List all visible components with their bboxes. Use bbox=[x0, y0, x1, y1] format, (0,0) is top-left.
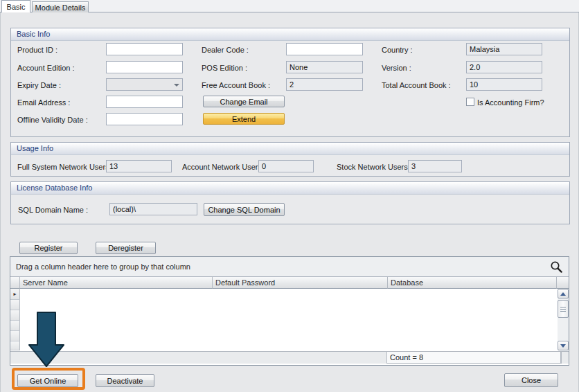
down-arrow-annotation-icon bbox=[28, 311, 65, 368]
scrollbar-grip-icon bbox=[560, 307, 566, 312]
country-value-field: Malaysia bbox=[466, 43, 542, 55]
tab-strip: Basic Module Details bbox=[0, 0, 579, 12]
deregister-button-label: Deregister bbox=[108, 244, 143, 252]
version-label: Version : bbox=[382, 64, 411, 72]
search-icon[interactable] bbox=[550, 260, 563, 274]
pos-edition-label: POS Edition : bbox=[202, 64, 247, 72]
free-account-book-label: Free Account Book : bbox=[202, 81, 270, 89]
column-header-database[interactable]: Database bbox=[388, 277, 557, 289]
license-database-info-title: License Database Info bbox=[17, 184, 92, 192]
tab-basic-label: Basic bbox=[7, 3, 26, 11]
account-edition-input[interactable] bbox=[106, 61, 183, 73]
total-account-book-value-field: 10 bbox=[466, 78, 542, 91]
grid-footer-count: Count = 8 bbox=[386, 351, 561, 364]
free-account-book-value-field: 2 bbox=[286, 78, 363, 91]
triangle-down-icon bbox=[560, 344, 566, 348]
sql-domain-name-field: (local)\ bbox=[109, 203, 197, 215]
tab-basic[interactable]: Basic bbox=[1, 0, 30, 12]
license-database-info-header: License Database Info bbox=[11, 182, 569, 195]
column-header-server-name[interactable]: Server Name bbox=[20, 277, 213, 289]
row-selector-header bbox=[10, 277, 20, 289]
dealer-code-label: Dealer Code : bbox=[202, 46, 249, 54]
license-database-info-group: License Database Info bbox=[10, 181, 570, 224]
row-selector-cell[interactable] bbox=[10, 341, 20, 350]
highlight-rectangle bbox=[12, 368, 85, 390]
product-id-label: Product ID : bbox=[17, 46, 57, 54]
close-button[interactable]: Close bbox=[504, 373, 558, 387]
row-selector-cell[interactable] bbox=[10, 310, 20, 321]
account-network-users-field: 0 bbox=[258, 160, 314, 172]
stock-network-users-label: Stock Network Users : bbox=[337, 163, 412, 171]
full-system-network-users-label: Full System Network Users : bbox=[17, 163, 114, 171]
grid-vertical-scrollbar[interactable] bbox=[558, 289, 569, 350]
tab-module-details-label: Module Details bbox=[35, 3, 86, 12]
server-grid: Drag a column header here to group by th… bbox=[10, 256, 569, 366]
basic-info-header: Basic Info bbox=[11, 28, 569, 41]
is-accounting-firm-checkbox[interactable] bbox=[466, 98, 474, 106]
full-system-network-users-field: 13 bbox=[106, 160, 172, 172]
row-selector-cell[interactable] bbox=[10, 321, 20, 331]
close-button-label: Close bbox=[522, 376, 541, 384]
column-header-default-password[interactable]: Default Password bbox=[213, 277, 388, 289]
basic-info-title: Basic Info bbox=[17, 30, 50, 38]
group-by-drop-zone[interactable]: Drag a column header here to group by th… bbox=[10, 257, 569, 277]
expiry-date-combobox[interactable] bbox=[106, 78, 183, 91]
deregister-button[interactable]: Deregister bbox=[96, 242, 156, 254]
stock-network-users-field: 3 bbox=[408, 160, 462, 172]
offline-validity-date-label: Offline Validity Date : bbox=[17, 116, 88, 124]
triangle-up-icon bbox=[560, 292, 566, 296]
extend-button[interactable]: Extend bbox=[203, 113, 285, 125]
deactivate-button-label: Deactivate bbox=[107, 377, 143, 385]
account-edition-label: Account Edition : bbox=[17, 64, 75, 72]
grid-footer bbox=[10, 351, 386, 364]
account-network-users-label: Account Network Users : bbox=[182, 163, 266, 171]
row-selector-cell[interactable] bbox=[10, 331, 20, 341]
grid-footer-filler bbox=[561, 351, 569, 364]
register-button-label: Register bbox=[35, 244, 63, 252]
change-sql-domain-button-label: Change SQL Domain bbox=[208, 206, 280, 214]
change-email-button[interactable]: Change Email bbox=[203, 96, 285, 107]
email-address-input[interactable] bbox=[106, 96, 183, 108]
group-by-hint: Drag a column header here to group by th… bbox=[16, 262, 190, 271]
row-selector-cell[interactable] bbox=[10, 300, 20, 310]
offline-validity-date-input[interactable] bbox=[106, 113, 183, 125]
is-accounting-firm-label: Is Accounting Firm? bbox=[477, 98, 544, 107]
tab-module-details[interactable]: Module Details bbox=[32, 1, 89, 12]
register-button[interactable]: Register bbox=[19, 242, 78, 254]
license-registration-window: Basic Module Details Basic Info Product … bbox=[0, 0, 579, 392]
column-header-filler bbox=[557, 277, 569, 289]
extend-button-label: Extend bbox=[232, 115, 256, 123]
down-arrow-shape bbox=[29, 312, 64, 366]
usage-info-header: Usage Info bbox=[11, 143, 569, 155]
email-address-label: Email Address : bbox=[17, 98, 70, 107]
product-id-input[interactable] bbox=[106, 43, 183, 55]
expiry-date-label: Expiry Date : bbox=[17, 81, 61, 89]
scroll-down-button[interactable] bbox=[558, 341, 569, 350]
total-account-book-label: Total Account Book : bbox=[382, 81, 451, 89]
country-label: Country : bbox=[382, 46, 413, 54]
change-email-button-label: Change Email bbox=[220, 98, 267, 106]
scrollbar-thumb[interactable] bbox=[558, 300, 569, 318]
chevron-down-icon bbox=[174, 84, 179, 87]
active-row-indicator: ▸ bbox=[10, 289, 20, 300]
deactivate-button[interactable]: Deactivate bbox=[96, 374, 154, 387]
usage-info-title: Usage Info bbox=[17, 144, 53, 152]
pos-edition-value-field: None bbox=[286, 61, 363, 73]
sql-domain-name-label: SQL Domain Name : bbox=[18, 206, 88, 214]
change-sql-domain-button[interactable]: Change SQL Domain bbox=[204, 203, 285, 216]
version-value-field: 2.0 bbox=[466, 61, 542, 73]
dealer-code-input[interactable] bbox=[286, 43, 363, 55]
scroll-up-button[interactable] bbox=[558, 289, 569, 299]
